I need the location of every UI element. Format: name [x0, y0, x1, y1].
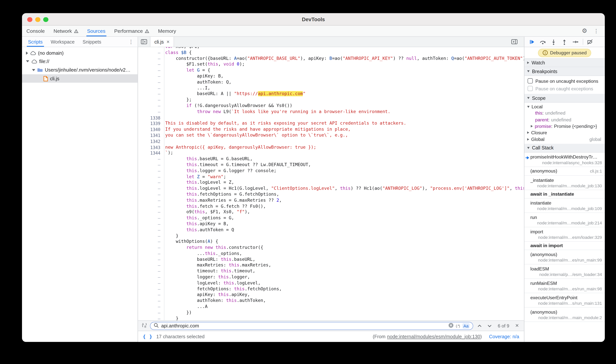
line-number[interactable]: – — [138, 292, 164, 298]
code-text[interactable]: logLevel: this.logLevel, — [164, 280, 261, 286]
line-number[interactable]: – — [138, 156, 164, 162]
callstack-frame-instantiate[interactable]: instantiatenode:internal/m…module_job:10… — [524, 198, 605, 213]
code-text[interactable]: this.timeout = G.timeout ?? Lw.DEFAULT_T… — [164, 162, 311, 168]
code-text[interactable]: this.apiKey = B, — [164, 221, 229, 227]
panel-tab-memory[interactable]: Memory — [154, 26, 181, 36]
navigator-menu-kebab-icon[interactable]: ⋮ — [128, 37, 138, 47]
deactivate-breakpoints-button[interactable] — [584, 37, 595, 46]
callstack-frame-anonymous[interactable]: (anonymous)node:internal/m…es/run_main:9… — [524, 250, 605, 264]
file-tab-cli-js[interactable]: cli.js × — [150, 37, 174, 47]
navigator-tab-snippets[interactable]: Snippets — [79, 37, 105, 47]
line-number[interactable]: – — [138, 56, 164, 62]
zoom-window-button[interactable] — [43, 17, 48, 22]
line-number[interactable]: – — [138, 257, 164, 262]
code-text[interactable]: baseURL: A || "https://api.anthropic.com… — [164, 91, 306, 97]
tree-item-cli-js[interactable]: cli.js — [22, 74, 138, 83]
line-number[interactable]: – — [138, 221, 164, 227]
navigator-tab-workspace[interactable]: Workspace — [47, 37, 79, 47]
code-text[interactable]: timeout: this.timeout, — [164, 269, 255, 274]
line-number[interactable]: 1340 — [138, 127, 164, 132]
code-text[interactable]: }; — [164, 97, 192, 103]
close-search-icon[interactable]: × — [514, 322, 520, 329]
code-text[interactable]: this.logger = G.logger ?? console; — [164, 168, 277, 174]
code-text[interactable]: fetchOptions: this.fetchOptions, — [164, 286, 282, 292]
main-menu-kebab-icon[interactable]: ⋮ — [594, 28, 599, 34]
window-titlebar[interactable]: DevTools — [22, 13, 605, 26]
checkbox-icon[interactable] — [528, 78, 532, 83]
line-number[interactable]: – — [138, 109, 164, 115]
disclosure-triangle-icon[interactable] — [32, 69, 35, 71]
code-text[interactable]: authToken: Q, — [164, 79, 232, 85]
code-text[interactable] — [164, 115, 165, 121]
code-text[interactable]: this._options = G, — [164, 215, 234, 221]
code-text[interactable]: $F1.set(this, void 0); — [164, 62, 245, 68]
line-number[interactable]: – — [138, 47, 164, 50]
code-text[interactable]: If you understand the risks and have app… — [164, 127, 351, 132]
replace-toggle-icon[interactable]: AB — [142, 322, 147, 329]
step-button[interactable] — [570, 37, 580, 46]
toggle-debugger-sidebar-icon[interactable] — [508, 39, 520, 44]
code-text[interactable]: this.fetch = G.fetch ?? Fs0(), — [164, 204, 266, 209]
line-number[interactable]: – — [138, 316, 164, 320]
line-number[interactable]: 1344 — [138, 150, 164, 156]
code-text[interactable]: ...A — [164, 304, 208, 310]
disclosure-triangle-icon[interactable] — [26, 60, 29, 63]
line-number[interactable]: – — [138, 269, 164, 274]
code-text[interactable]: }) — [164, 310, 192, 316]
code-text[interactable] — [164, 138, 165, 144]
code-text[interactable]: apiKey: B, — [164, 74, 224, 79]
code-text[interactable]: return new this.constructor({ — [164, 245, 263, 251]
code-text[interactable]: maxRetries: this.maxRetries, — [164, 263, 271, 269]
panel-tab-sources[interactable]: Sources — [83, 26, 110, 36]
code-text[interactable]: let G = { — [164, 68, 210, 74]
line-number[interactable]: – — [138, 192, 164, 197]
line-number[interactable]: – — [138, 227, 164, 233]
line-number[interactable]: – — [138, 209, 164, 215]
callstack-frame-loadesm[interactable]: loadESMnode:internal/p…/esm_loader:34 — [524, 264, 605, 279]
line-number[interactable]: 1338 — [138, 115, 164, 121]
code-text[interactable]: ...I, — [164, 85, 210, 91]
code-text[interactable]: throw new L9(`It looks like you're runni… — [164, 109, 391, 115]
line-number[interactable]: – — [138, 91, 164, 97]
tree-item-file[interactable]: file:// — [22, 57, 138, 66]
code-text[interactable]: let Z = "warn"; — [164, 174, 226, 180]
code-text[interactable]: class $B { — [164, 50, 192, 56]
code-text[interactable]: var Xs0, $F1; — [164, 47, 200, 50]
close-tab-icon[interactable]: × — [167, 39, 169, 44]
panel-tab-network[interactable]: Network — [49, 26, 83, 36]
line-number[interactable]: – — [138, 79, 164, 85]
callstack-frame-import[interactable]: importnode:internal/m…esm/loader:329 — [524, 227, 605, 242]
scope-local-row[interactable]: Local — [524, 104, 605, 110]
line-number[interactable]: – — [138, 280, 164, 286]
code-text[interactable]: This is disabled by default, as it risks… — [164, 121, 406, 127]
line-number[interactable]: – — [138, 68, 164, 74]
code-text[interactable]: ...this._options, — [164, 251, 242, 257]
code-text[interactable]: this.fetchOptions = G.fetchOptions, — [164, 192, 279, 197]
panel-tab-performance[interactable]: Performance — [110, 26, 154, 36]
code-text[interactable]: this.baseURL = G.baseURL, — [164, 156, 253, 162]
close-window-button[interactable] — [27, 17, 32, 22]
code-text[interactable]: this.logLevel = Z, — [164, 180, 234, 186]
checkbox-icon[interactable] — [528, 86, 532, 91]
line-number[interactable]: – — [138, 251, 164, 257]
breakpoint-toggle-pause-on-uncaught-exceptions[interactable]: Pause on uncaught exceptions — [524, 77, 605, 85]
source-origin-link[interactable]: node:internal/modules/esm/module_job:130 — [387, 334, 480, 339]
callstack-frame-run[interactable]: runnode:internal/m…module_job:214 — [524, 213, 605, 227]
breakpoints-section-header[interactable]: Breakpoints — [524, 67, 605, 76]
code-text[interactable]: this.maxRetries = G.maxRetries ?? 2, — [164, 197, 282, 203]
step-into-button[interactable] — [548, 37, 559, 46]
callstack-section-header[interactable]: Call Stack — [524, 144, 605, 153]
callstack-frame-runmainesm[interactable]: runMainESMnode:internal/m…es/run_main:98 — [524, 279, 605, 293]
callstack-frame-anonymous[interactable]: (anonymous)cli.js:1 — [524, 167, 605, 176]
code-text[interactable]: withOptions(A) { — [164, 239, 218, 245]
code-text[interactable]: this.logLevel = Hc1(G.logLevel, "ClientO… — [164, 186, 524, 192]
clear-search-icon[interactable] — [448, 322, 453, 329]
regex-toggle-icon[interactable]: (.*) — [456, 324, 460, 328]
line-number[interactable]: – — [138, 239, 164, 245]
code-text[interactable]: authToken: this.authToken, — [164, 298, 266, 304]
toggle-navigator-icon[interactable] — [138, 37, 150, 47]
line-number[interactable]: – — [138, 197, 164, 203]
line-number[interactable]: – — [138, 263, 164, 269]
code-text[interactable]: `); — [164, 150, 173, 156]
settings-gear-icon[interactable]: ⚙ — [582, 28, 587, 34]
